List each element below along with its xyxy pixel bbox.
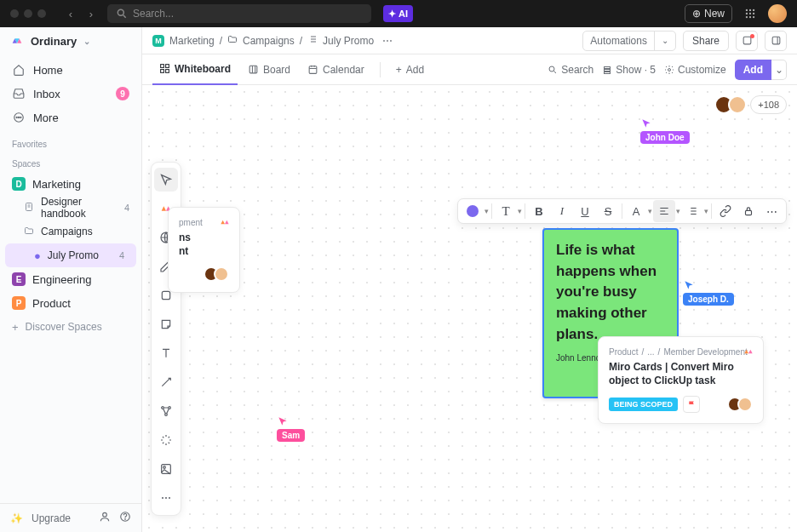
add-button[interactable]: Add xyxy=(735,60,771,80)
workspace-switcher[interactable]: Ordinary ⌄ xyxy=(0,27,141,54)
automations-button[interactable]: Automations ⌄ xyxy=(582,31,676,51)
lock-button[interactable] xyxy=(737,200,760,222)
panel-button[interactable] xyxy=(765,31,787,51)
new-button[interactable]: ⊕ New xyxy=(685,4,732,23)
chevron-down-icon[interactable]: ⌄ xyxy=(655,31,675,50)
crumb-list[interactable]: July Promo xyxy=(323,35,374,47)
ai-button[interactable]: ✦ AI xyxy=(383,5,413,22)
svg-point-11 xyxy=(16,117,17,117)
nav-inbox[interactable]: Inbox 9 xyxy=(0,82,141,106)
font-button[interactable]: T xyxy=(495,200,517,222)
chevron-down-icon: ⌄ xyxy=(83,37,90,46)
color-fill[interactable] xyxy=(462,200,484,222)
svg-rect-24 xyxy=(249,66,257,73)
add-dropdown[interactable]: ⌄ xyxy=(771,60,787,80)
status-tag[interactable]: BEING SCOPED xyxy=(609,398,678,411)
space-engineering[interactable]: E Engineering xyxy=(0,267,141,291)
svg-point-30 xyxy=(668,68,670,71)
maximize-dot[interactable] xyxy=(37,9,46,18)
space-product[interactable]: P Product xyxy=(0,291,141,315)
avatar[interactable] xyxy=(768,4,787,23)
text-format-toolbar: ▾ T ▾ B I U S A ▾ ▾ ▾ ⋯ xyxy=(457,198,787,224)
clickup-icon xyxy=(743,346,754,358)
select-tool[interactable] xyxy=(154,168,178,192)
text-color-button[interactable]: A xyxy=(625,200,647,222)
ai-tool[interactable] xyxy=(154,428,178,452)
svg-rect-27 xyxy=(605,66,611,68)
inbox-badge: 9 xyxy=(116,87,129,100)
close-dot[interactable] xyxy=(10,9,19,18)
list-button[interactable] xyxy=(681,200,703,222)
forward-button[interactable]: › xyxy=(82,4,100,23)
tab-whiteboard[interactable]: Whiteboard xyxy=(152,54,238,85)
assignee-avatar[interactable] xyxy=(737,397,753,412)
nav-more[interactable]: More xyxy=(0,106,141,129)
list-designer-handbook[interactable]: Designer handbook 4 xyxy=(0,196,141,220)
board-icon xyxy=(248,64,259,75)
search-views[interactable]: Search xyxy=(548,64,593,76)
priority-flag[interactable] xyxy=(683,396,700,413)
search-input[interactable]: Search... xyxy=(107,4,371,23)
search-icon xyxy=(548,65,558,75)
task-card-miro[interactable]: Product/ .../ Member Development Miro Ca… xyxy=(598,336,764,424)
presence-bar: +108 xyxy=(720,95,787,114)
customize-button[interactable]: Customize xyxy=(664,64,726,76)
italic-button[interactable]: I xyxy=(551,200,573,222)
relation-tool[interactable] xyxy=(154,399,178,423)
more-icon xyxy=(12,112,25,123)
connector-tool[interactable] xyxy=(154,370,178,394)
svg-rect-20 xyxy=(161,65,164,68)
show-button[interactable]: Show · 5 xyxy=(602,64,656,76)
settings-icon xyxy=(664,65,674,75)
activity-button[interactable] xyxy=(736,31,758,51)
strike-button[interactable]: S xyxy=(597,200,619,222)
align-button[interactable] xyxy=(653,200,675,222)
svg-point-37 xyxy=(163,466,166,469)
image-tool[interactable] xyxy=(154,457,178,481)
crumb-folder[interactable]: Campaigns xyxy=(243,35,295,47)
bold-button[interactable]: B xyxy=(528,200,550,222)
underline-button[interactable]: U xyxy=(574,200,596,222)
discover-spaces[interactable]: + Discover Spaces xyxy=(0,315,141,339)
tab-add-view[interactable]: + Add xyxy=(389,54,431,85)
task-title: Miro Cards | Convert Miro object to Clic… xyxy=(609,361,753,387)
list-july-promo[interactable]: ● July Promo 4 xyxy=(5,243,136,267)
presence-avatar[interactable] xyxy=(728,95,747,114)
more-icon[interactable]: ⋯ xyxy=(382,35,393,47)
sidebar: Ordinary ⌄ Home Inbox 9 More Favorites S… xyxy=(0,27,142,532)
minimize-dot[interactable] xyxy=(24,9,32,18)
space-marketing[interactable]: D Marketing xyxy=(0,172,141,196)
sticky-tool[interactable] xyxy=(154,312,178,336)
link-button[interactable] xyxy=(714,200,737,222)
grid-icon xyxy=(744,8,756,20)
folder-campaigns[interactable]: Campaigns xyxy=(0,220,141,243)
help-icon[interactable] xyxy=(119,511,131,525)
sparkle-icon: ✦ xyxy=(388,9,396,20)
whiteboard-canvas[interactable]: +108 John Doe Joseph D. S xyxy=(142,85,797,532)
tab-board[interactable]: Board xyxy=(241,54,297,85)
more-format[interactable]: ⋯ xyxy=(760,200,783,222)
assignee-avatar[interactable] xyxy=(214,266,229,282)
apps-button[interactable] xyxy=(739,3,761,25)
svg-point-13 xyxy=(20,117,20,117)
svg-point-33 xyxy=(162,407,164,409)
svg-point-12 xyxy=(18,117,19,117)
crumb-space[interactable]: Marketing xyxy=(169,35,215,47)
text-tool[interactable] xyxy=(154,341,178,365)
tab-calendar[interactable]: Calendar xyxy=(301,54,371,85)
back-button[interactable]: ‹ xyxy=(61,4,80,23)
upgrade-button[interactable]: Upgrade xyxy=(32,512,71,524)
history-nav: ‹ › xyxy=(61,4,100,23)
presence-more[interactable]: +108 xyxy=(750,95,787,114)
home-icon xyxy=(12,64,25,76)
breadcrumb-bar: M Marketing / Campaigns / July Promo ⋯ A… xyxy=(142,27,797,54)
nav-home[interactable]: Home xyxy=(0,58,141,82)
user-icon[interactable] xyxy=(99,511,111,525)
share-button[interactable]: Share xyxy=(683,31,729,51)
svg-point-8 xyxy=(749,16,751,18)
task-card-partial[interactable]: pment nsnt xyxy=(168,207,240,293)
inbox-icon xyxy=(12,88,25,100)
svg-point-6 xyxy=(753,13,754,14)
clickup-icon xyxy=(219,216,231,228)
more-tools[interactable] xyxy=(154,486,178,510)
